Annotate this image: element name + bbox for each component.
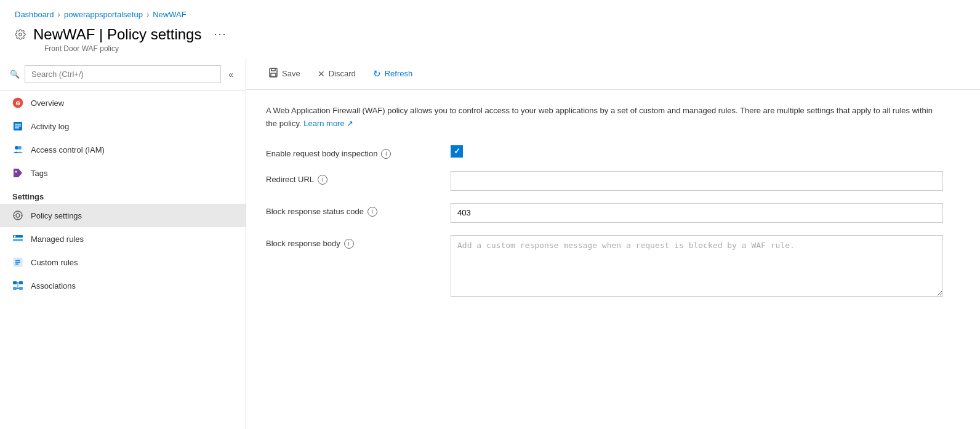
sidebar-item-overview-label: Overview xyxy=(31,98,64,108)
toolbar: Save ✕ Discard ↻ Refresh xyxy=(246,58,980,90)
info-icon-block-status[interactable]: i xyxy=(367,207,377,217)
redirect-url-input[interactable] xyxy=(451,171,943,191)
svg-point-0 xyxy=(19,33,22,36)
sidebar-item-overview[interactable]: ⊕ Overview xyxy=(0,91,246,114)
sidebar-item-custom-rules[interactable]: Custom rules xyxy=(0,251,246,274)
form-row-block-response-body: Block response body i xyxy=(266,235,960,299)
sidebar-item-tags-label: Tags xyxy=(31,169,47,178)
info-icon-enable-request-body[interactable]: i xyxy=(381,149,391,159)
description-text: A Web Application Firewall (WAF) policy … xyxy=(266,105,943,130)
save-button[interactable]: Save xyxy=(261,64,308,83)
refresh-label: Refresh xyxy=(385,69,413,78)
search-icon: 🔍 xyxy=(10,70,20,79)
svg-rect-17 xyxy=(13,239,23,241)
associations-icon xyxy=(12,280,23,291)
svg-text:⊕: ⊕ xyxy=(15,100,20,106)
sidebar-item-managed-rules-label: Managed rules xyxy=(31,235,84,244)
page-title: NewWAF | Policy settings xyxy=(33,26,201,43)
block-response-status-input[interactable] xyxy=(451,203,943,223)
svg-point-9 xyxy=(15,171,17,173)
breadcrumb: Dashboard › powerappsportalsetup › NewWA… xyxy=(15,10,965,19)
custom-rules-icon xyxy=(12,257,23,268)
activity-log-icon xyxy=(12,121,23,132)
enable-request-body-checkbox[interactable] xyxy=(451,145,463,158)
svg-rect-24 xyxy=(19,281,23,284)
svg-point-8 xyxy=(18,146,22,150)
managed-rules-icon xyxy=(12,233,23,244)
field-control-redirect-url xyxy=(451,171,943,191)
form-row-enable-request-body: Enable request body inspection i xyxy=(266,145,960,159)
policy-settings-icon xyxy=(12,210,23,221)
collapse-sidebar-button[interactable]: « xyxy=(226,67,236,82)
search-input[interactable] xyxy=(25,65,221,83)
sidebar-item-managed-rules[interactable]: Managed rules xyxy=(0,227,246,251)
svg-rect-5 xyxy=(15,126,21,127)
refresh-icon: ↻ xyxy=(373,68,381,79)
svg-point-10 xyxy=(14,211,22,220)
field-control-enable-request-body xyxy=(451,145,943,158)
learn-more-link[interactable]: Learn more ↗ xyxy=(303,119,353,128)
save-icon xyxy=(268,68,278,79)
form-row-redirect-url: Redirect URL i xyxy=(266,171,960,191)
page-header: Dashboard › powerappsportalsetup › NewWA… xyxy=(0,0,980,58)
form-row-block-response-status: Block response status code i xyxy=(266,203,960,223)
gear-icon-large xyxy=(15,29,26,40)
svg-rect-31 xyxy=(271,68,275,71)
sidebar-item-policy-settings[interactable]: Policy settings xyxy=(0,204,246,227)
svg-point-18 xyxy=(14,236,16,238)
sidebar-item-iam[interactable]: Access control (IAM) xyxy=(0,138,246,161)
field-control-block-response-status xyxy=(451,203,943,223)
discard-icon: ✕ xyxy=(318,69,325,79)
sidebar: 🔍 « ⊕ Overview xyxy=(0,58,246,429)
sidebar-item-tags[interactable]: Tags xyxy=(0,161,246,185)
svg-rect-4 xyxy=(15,124,21,125)
breadcrumb-newwaf[interactable]: NewWAF xyxy=(153,10,186,19)
sidebar-item-policy-settings-label: Policy settings xyxy=(31,211,82,220)
field-label-block-response-status: Block response status code i xyxy=(266,203,451,217)
overview-icon: ⊕ xyxy=(12,97,23,108)
content-body: A Web Application Firewall (WAF) policy … xyxy=(246,90,980,429)
settings-section-header: Settings xyxy=(0,185,246,204)
breadcrumb-setup[interactable]: powerappsportalsetup xyxy=(64,10,143,19)
sidebar-item-custom-rules-label: Custom rules xyxy=(31,258,78,267)
page-subtitle: Front Door WAF policy xyxy=(44,44,965,53)
iam-icon xyxy=(12,144,23,155)
svg-rect-23 xyxy=(13,281,17,284)
sidebar-item-activity-log[interactable]: Activity log xyxy=(0,114,246,138)
main-content: Save ✕ Discard ↻ Refresh A Web Applicati… xyxy=(246,58,980,429)
field-control-block-response-body xyxy=(451,235,943,299)
svg-point-11 xyxy=(16,214,20,217)
field-label-redirect-url: Redirect URL i xyxy=(266,171,451,185)
field-label-block-response-body: Block response body i xyxy=(266,235,451,249)
discard-button[interactable]: ✕ Discard xyxy=(310,65,363,82)
sidebar-item-associations-label: Associations xyxy=(31,281,76,291)
save-label: Save xyxy=(282,69,300,78)
sidebar-item-activity-log-label: Activity log xyxy=(31,122,69,131)
search-bar: 🔍 « xyxy=(0,58,246,91)
info-icon-redirect-url[interactable]: i xyxy=(318,175,327,185)
info-icon-block-body[interactable]: i xyxy=(344,239,354,249)
block-response-body-textarea[interactable] xyxy=(451,235,943,297)
field-label-enable-request-body: Enable request body inspection i xyxy=(266,145,451,159)
discard-label: Discard xyxy=(329,69,356,78)
refresh-button[interactable]: ↻ Refresh xyxy=(366,65,420,83)
tags-icon xyxy=(12,167,23,178)
title-row: NewWAF | Policy settings ··· xyxy=(15,25,965,43)
more-options-button[interactable]: ··· xyxy=(209,25,231,43)
svg-rect-6 xyxy=(15,127,19,129)
sidebar-item-iam-label: Access control (IAM) xyxy=(31,145,105,154)
svg-rect-25 xyxy=(13,287,17,290)
svg-rect-26 xyxy=(19,287,23,290)
svg-rect-32 xyxy=(271,73,276,76)
sidebar-item-associations[interactable]: Associations xyxy=(0,274,246,297)
breadcrumb-dashboard[interactable]: Dashboard xyxy=(15,10,54,19)
